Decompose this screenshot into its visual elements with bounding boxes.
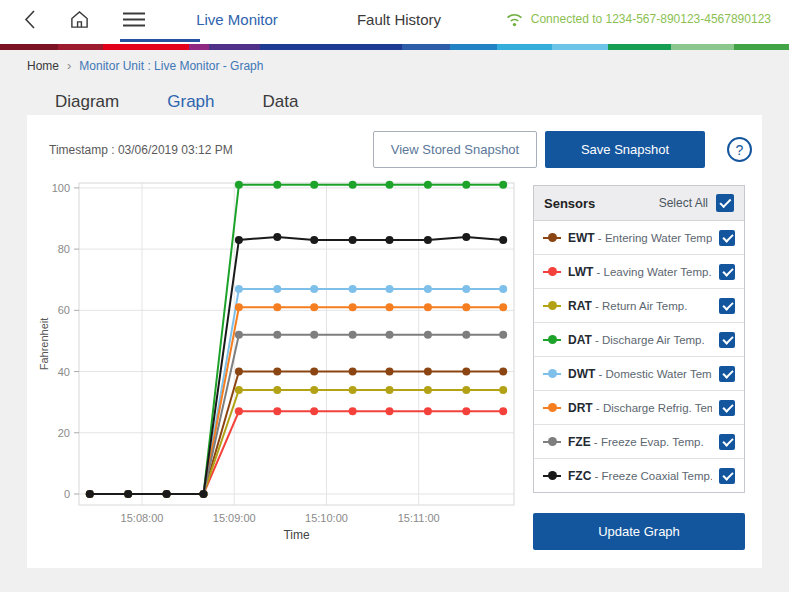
svg-text:15:11:00: 15:11:00 (398, 512, 440, 524)
svg-text:15:08:00: 15:08:00 (121, 512, 164, 524)
connection-text: Connected to 1234-567-890123-4567890123 (531, 12, 771, 26)
svg-text:15:10:00: 15:10:00 (305, 512, 348, 524)
sensor-row-lwt[interactable]: LWT - Leaving Water Temp. (534, 255, 744, 289)
sensor-label: FZE - Freeze Evap. Temp. (568, 435, 712, 449)
view-stored-snapshot-button[interactable]: View Stored Snapshot (373, 131, 537, 168)
breadcrumb: Home › Monitor Unit : Live Monitor - Gra… (27, 58, 263, 73)
sensors-panel: Sensors Select All EWT - Entering Water … (533, 185, 745, 493)
update-graph-button[interactable]: Update Graph (533, 513, 745, 550)
series-marker-icon (543, 267, 561, 277)
sensor-checkbox-fzc[interactable] (719, 468, 735, 484)
sensor-label: RAT - Return Air Temp. (568, 299, 712, 313)
sensor-label: LWT - Leaving Water Temp. (568, 265, 712, 279)
series-marker-icon (543, 471, 561, 481)
sensor-label: EWT - Entering Water Temp. (568, 231, 712, 245)
help-icon[interactable]: ? (727, 137, 752, 162)
sensor-checkbox-fze[interactable] (719, 434, 735, 450)
sensor-checkbox-rat[interactable] (719, 298, 735, 314)
svg-text:0: 0 (64, 488, 70, 500)
sensor-checkbox-dat[interactable] (719, 332, 735, 348)
series-marker-icon (543, 233, 561, 243)
svg-text:15:09:00: 15:09:00 (213, 512, 256, 524)
nav-active-underline (120, 39, 200, 42)
svg-text:Time: Time (283, 528, 310, 542)
svg-text:Fahrenheit: Fahrenheit (38, 318, 50, 371)
app-header: Live Monitor Fault History Connected to … (0, 0, 789, 44)
back-icon[interactable] (16, 9, 42, 30)
sensor-row-fzc[interactable]: FZC - Freeze Coaxial Temp. (534, 459, 744, 492)
sensor-row-fze[interactable]: FZE - Freeze Evap. Temp. (534, 425, 744, 459)
sensor-row-rat[interactable]: RAT - Return Air Temp. (534, 289, 744, 323)
chevron-right-icon: › (67, 58, 71, 73)
sensor-row-ewt[interactable]: EWT - Entering Water Temp. (534, 221, 744, 255)
breadcrumb-home-link[interactable]: Home (27, 59, 59, 73)
nav-tab-live-monitor[interactable]: Live Monitor (182, 11, 292, 28)
svg-text:80: 80 (58, 243, 70, 255)
series-marker-icon (543, 335, 561, 345)
line-chart: 02040608010015:08:0015:09:0015:10:0015:1… (35, 175, 535, 547)
sensor-checkbox-drt[interactable] (719, 400, 735, 416)
select-all-label: Select All (659, 196, 708, 210)
sensor-label: DAT - Discharge Air Temp. (568, 333, 712, 347)
select-all-checkbox[interactable] (716, 194, 734, 212)
series-marker-icon (543, 403, 561, 413)
content-card: Timestamp : 03/06/2019 03:12 PM View Sto… (27, 115, 762, 568)
sensor-list: EWT - Entering Water Temp.LWT - Leaving … (534, 221, 744, 492)
line-chart-svg: 02040608010015:08:0015:09:0015:10:0015:1… (35, 175, 535, 543)
sensor-checkbox-lwt[interactable] (719, 264, 735, 280)
sensor-checkbox-dwt[interactable] (719, 366, 735, 382)
sensors-panel-header: Sensors Select All (534, 186, 744, 221)
nav-tab-fault-history[interactable]: Fault History (344, 11, 454, 28)
sensor-label: DRT - Discharge Refrig. Temp. (568, 401, 712, 415)
sensors-title: Sensors (544, 196, 595, 211)
connection-status: Connected to 1234-567-890123-4567890123 (505, 12, 771, 27)
wifi-icon (505, 12, 524, 27)
sensor-row-dat[interactable]: DAT - Discharge Air Temp. (534, 323, 744, 357)
save-snapshot-button[interactable]: Save Snapshot (545, 131, 705, 168)
svg-text:40: 40 (58, 366, 70, 378)
series-marker-icon (543, 369, 561, 379)
svg-text:100: 100 (52, 182, 70, 194)
breadcrumb-current: Monitor Unit : Live Monitor - Graph (79, 59, 263, 73)
sensor-row-dwt[interactable]: DWT - Domestic Water Temp. (534, 357, 744, 391)
menu-icon[interactable] (118, 12, 150, 27)
brand-color-strip (0, 44, 789, 50)
svg-text:20: 20 (58, 427, 70, 439)
sensor-row-drt[interactable]: DRT - Discharge Refrig. Temp. (534, 391, 744, 425)
series-marker-icon (543, 437, 561, 447)
svg-text:60: 60 (58, 304, 70, 316)
sensor-checkbox-ewt[interactable] (719, 230, 735, 246)
series-marker-icon (543, 301, 561, 311)
timestamp-label: Timestamp : 03/06/2019 03:12 PM (49, 143, 233, 157)
sensor-label: DWT - Domestic Water Temp. (568, 367, 712, 381)
sensor-label: FZC - Freeze Coaxial Temp. (568, 469, 712, 483)
home-icon[interactable] (64, 9, 94, 29)
